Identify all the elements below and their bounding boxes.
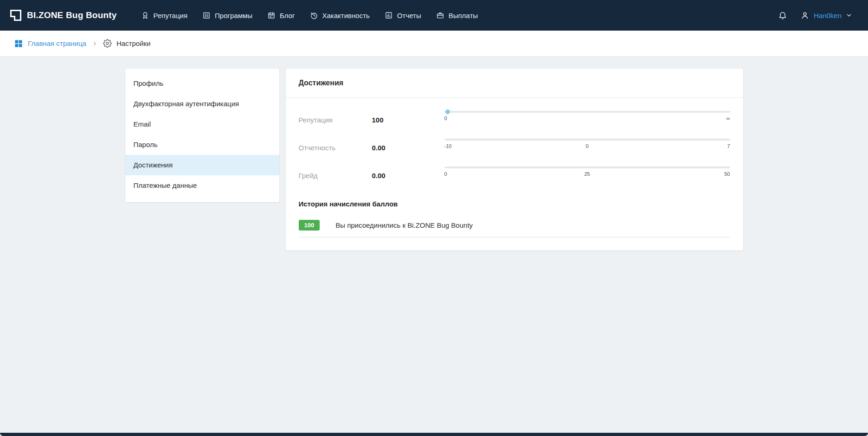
notifications-bell-icon[interactable] xyxy=(778,11,787,20)
breadcrumb-home-link[interactable]: Главная страница xyxy=(28,39,86,47)
bizone-logo-icon xyxy=(10,10,21,21)
menu-item-payment-details[interactable]: Платежные данные xyxy=(125,175,279,196)
breadcrumb-current-label: Настройки xyxy=(116,39,151,47)
scale-max: 50 xyxy=(724,171,730,177)
nav-item-label: Хакактивность xyxy=(322,12,370,19)
metric-value: 0.00 xyxy=(372,172,444,180)
reputation-icon xyxy=(141,11,149,19)
main-nav: Репутация Программы Блог Хакактивность О… xyxy=(141,11,478,19)
navbar-right: Han0ken xyxy=(778,11,852,20)
menu-item-email[interactable]: Email xyxy=(125,114,279,135)
chevron-down-icon xyxy=(846,12,852,19)
nav-item-reports[interactable]: Отчеты xyxy=(385,11,421,19)
metric-value: 0.00 xyxy=(372,144,444,152)
chevron-right-icon xyxy=(92,41,97,46)
user-name: Han0ken xyxy=(814,12,842,19)
brand-name: BI.ZONE Bug Bounty xyxy=(27,10,117,20)
points-badge: 100 xyxy=(299,220,320,231)
window-bottom-edge xyxy=(0,433,868,436)
nav-item-label: Репутация xyxy=(154,12,187,19)
home-grid-icon xyxy=(14,39,23,48)
slider-track xyxy=(444,167,730,168)
user-menu[interactable]: Han0ken xyxy=(800,11,852,20)
nav-item-label: Программы xyxy=(215,12,252,19)
slider-track xyxy=(444,139,730,141)
metric-row-reporting: Отчетность 0.00 -10 0 7 xyxy=(299,139,730,156)
metric-label: Грейд xyxy=(299,172,372,180)
panel-body: Репутация 100 0 ∞ Отчетность 0.00 xyxy=(286,98,743,250)
nav-item-reputation[interactable]: Репутация xyxy=(141,11,187,19)
achievements-panel: Достижения Репутация 100 0 ∞ xyxy=(286,69,743,250)
breadcrumb-current: Настройки xyxy=(103,39,151,48)
slider-handle xyxy=(445,109,450,114)
panel-title: Достижения xyxy=(286,69,743,98)
payouts-icon xyxy=(436,11,444,19)
scale-min: -10 xyxy=(444,143,452,149)
menu-item-profile[interactable]: Профиль xyxy=(125,73,279,94)
nav-item-payouts[interactable]: Выплаты xyxy=(436,11,478,19)
scale-min: 0 xyxy=(444,115,447,121)
nav-item-label: Выплаты xyxy=(449,12,478,19)
history-text: Вы присоединились к Bi.ZONE Bug Bounty xyxy=(335,221,473,229)
reports-icon xyxy=(385,11,393,19)
settings-menu: Профиль Двухфакторная аутентификация Ema… xyxy=(125,69,279,202)
hackactivity-icon xyxy=(310,11,318,19)
menu-item-two-factor[interactable]: Двухфакторная аутентификация xyxy=(125,94,279,114)
gear-icon xyxy=(103,39,112,48)
slider-scale: 0 25 50 xyxy=(444,171,730,177)
scale-min: 0 xyxy=(444,171,447,177)
menu-item-achievements[interactable]: Достижения xyxy=(125,155,279,175)
programs-icon xyxy=(202,11,211,19)
nav-item-programs[interactable]: Программы xyxy=(202,11,252,19)
scale-max: ∞ xyxy=(727,115,730,121)
grade-slider: 0 25 50 xyxy=(444,167,730,184)
nav-item-label: Блог xyxy=(280,12,295,19)
slider-scale: -10 0 7 xyxy=(444,143,730,149)
metric-row-grade: Грейд 0.00 0 25 50 xyxy=(299,167,730,184)
nav-item-label: Отчеты xyxy=(397,12,421,19)
scale-mid: 25 xyxy=(584,171,590,177)
breadcrumb: Главная страница Настройки xyxy=(0,31,868,57)
nav-item-hackactivity[interactable]: Хакактивность xyxy=(310,11,370,19)
scale-max: 7 xyxy=(727,143,730,149)
slider-scale: 0 ∞ xyxy=(444,115,730,121)
brand[interactable]: BI.ZONE Bug Bounty xyxy=(10,10,117,21)
metric-label: Отчетность xyxy=(299,144,372,152)
main-content: Профиль Двухфакторная аутентификация Ema… xyxy=(125,69,743,250)
user-icon xyxy=(800,11,810,20)
nav-item-blog[interactable]: Блог xyxy=(267,11,295,19)
reputation-slider: 0 ∞ xyxy=(444,111,730,128)
metric-label: Репутация xyxy=(299,116,372,124)
metric-value: 100 xyxy=(372,116,444,124)
menu-item-password[interactable]: Пароль xyxy=(125,135,279,155)
reporting-slider: -10 0 7 xyxy=(444,139,730,156)
history-title: История начисления баллов xyxy=(299,200,730,208)
scale-mid: 0 xyxy=(585,143,588,149)
history-row: 100 Вы присоединились к Bi.ZONE Bug Boun… xyxy=(299,220,730,237)
slider-track xyxy=(444,111,730,113)
metric-row-reputation: Репутация 100 0 ∞ xyxy=(299,111,730,128)
blog-icon xyxy=(267,11,276,19)
top-navbar: BI.ZONE Bug Bounty Репутация Программы Б… xyxy=(0,0,868,31)
breadcrumb-home[interactable]: Главная страница xyxy=(14,39,86,48)
